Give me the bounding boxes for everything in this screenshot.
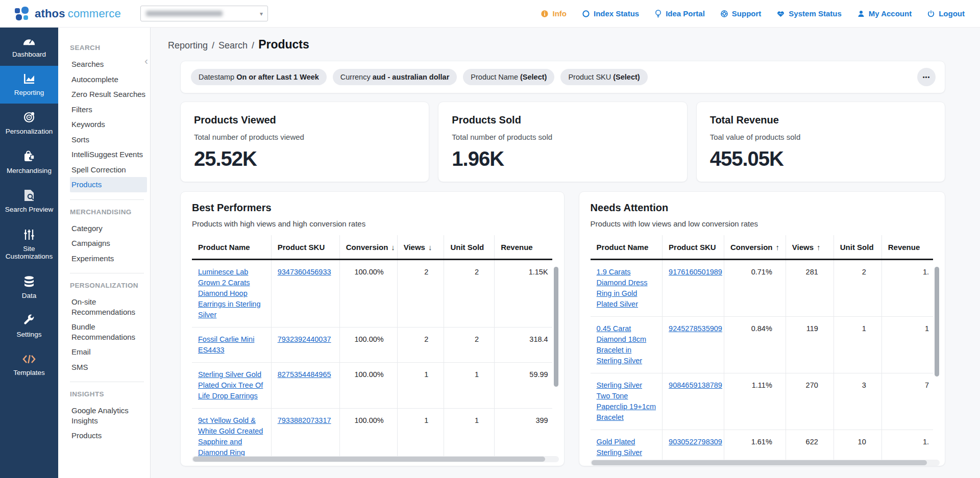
- submenu-item-zero-result-searches[interactable]: Zero Result Searches: [70, 87, 147, 102]
- product-name-link[interactable]: 0.45 Carat Diamond 18cm Bracelet in Ster…: [597, 324, 647, 365]
- vertical-scrollbar[interactable]: [935, 267, 939, 376]
- product-sku-link[interactable]: 9245278535909: [669, 324, 722, 333]
- submenu-item-products[interactable]: Products: [70, 177, 147, 192]
- submenu-divider: [70, 199, 144, 200]
- product-sku-link[interactable]: 7932392440037: [278, 335, 331, 343]
- product-name-link[interactable]: Sterling Silver Two Tone Paperclip 19+1c…: [597, 381, 656, 421]
- submenu-item-sms[interactable]: SMS: [70, 360, 147, 375]
- data-icon: [23, 275, 35, 288]
- horizontal-scrollbar-thumb[interactable]: [193, 457, 545, 462]
- product-sku-link[interactable]: 9176160501989: [669, 268, 722, 276]
- product-sku-link[interactable]: 8275354484965: [278, 370, 331, 379]
- product-name-link[interactable]: Luminesce Lab Grown 2 Carats Diamond Hoo…: [198, 268, 261, 319]
- nav-index-status[interactable]: Index Status: [582, 9, 639, 18]
- submenu-sections: SEARCHSearchesAutocompleteZero Result Se…: [70, 44, 150, 443]
- sidebar-item-dashboard[interactable]: Dashboard: [0, 28, 58, 66]
- sidebar-item-site-customizations[interactable]: Site Customizations: [0, 221, 58, 268]
- column-header-unit-sold: Unit Sold: [834, 235, 881, 260]
- revenue-value: 59.99: [495, 363, 552, 409]
- nav-info[interactable]: Info: [541, 9, 567, 18]
- product-sku-link[interactable]: 9347360456933: [278, 268, 331, 276]
- sidebar-item-merchandising[interactable]: Merchandising: [0, 143, 58, 182]
- horizontal-scrollbar-thumb[interactable]: [592, 460, 927, 465]
- submenu-item-keywords[interactable]: Keywords: [70, 117, 147, 132]
- submenu-item-sorts[interactable]: Sorts: [70, 132, 147, 147]
- submenu-item-intellisuggest-events[interactable]: IntelliSuggest Events: [70, 147, 147, 162]
- column-header-revenue: Revenue: [881, 235, 933, 260]
- product-sku-link[interactable]: 9084659138789: [669, 381, 722, 389]
- product-name-link[interactable]: Sterling Silver Gold Plated Onix Tree Of…: [198, 370, 263, 400]
- brand-logo[interactable]: athoscommerce: [14, 6, 121, 21]
- submenu-item-email[interactable]: Email: [70, 344, 147, 360]
- sidebar-item-data[interactable]: Data: [0, 268, 58, 307]
- sidebar-item-personalization[interactable]: Personalization: [0, 104, 58, 143]
- panel-title: Best Performers: [192, 202, 559, 214]
- nav-my-account[interactable]: My Account: [857, 9, 912, 18]
- needs-attention-table: Product NameProduct SKUConversion↑Views↑…: [591, 235, 940, 466]
- submenu-item-category[interactable]: Category: [70, 221, 147, 236]
- sort-arrow-icon: ↑: [775, 243, 779, 251]
- submenu-item-experiments[interactable]: Experiments: [70, 251, 147, 266]
- horizontal-scrollbar[interactable]: [192, 456, 559, 462]
- breadcrumb-reporting[interactable]: Reporting: [168, 40, 208, 51]
- submenu-item-filters[interactable]: Filters: [70, 102, 147, 117]
- metric-card-products-sold: Products Sold Total number of products s…: [438, 102, 687, 182]
- nav-idea-portal[interactable]: Idea Portal: [654, 9, 705, 18]
- filter-chip-datestamp[interactable]: DatestampOn or after Last 1 Week: [191, 69, 327, 85]
- table-row: Sterling Silver Two Tone Paperclip 19+1c…: [591, 373, 933, 430]
- sidebar-collapse-icon[interactable]: ‹: [144, 55, 148, 66]
- sidebar-item-settings[interactable]: Settings: [0, 307, 58, 346]
- top-nav: Info Index Status Idea Portal Support: [541, 9, 965, 18]
- horizontal-scrollbar[interactable]: [591, 460, 940, 466]
- nav-system-status[interactable]: System Status: [776, 9, 841, 18]
- needs_attention-head-row: Product NameProduct SKUConversion↑Views↑…: [591, 235, 933, 260]
- nav-support[interactable]: Support: [720, 9, 762, 18]
- submenu-item-on-site-recommendations[interactable]: On-site Recommendations: [70, 294, 147, 319]
- sidebar-item-templates[interactable]: Templates: [0, 346, 58, 384]
- product-name-link[interactable]: 9ct Yellow Gold & White Gold Created Sap…: [198, 416, 263, 457]
- product-name-link[interactable]: Fossil Carlie Mini ES4433: [198, 335, 254, 354]
- filter-chip-product-sku[interactable]: Product SKU(Select): [560, 69, 647, 85]
- submenu-item-bundle-recommendations[interactable]: Bundle Recommendations: [70, 319, 147, 344]
- sort-arrow-icon: ↓: [428, 243, 432, 251]
- sidebar-item-search-preview[interactable]: Search Preview: [0, 182, 58, 221]
- product-name-link[interactable]: 1.9 Carats Diamond Dress Ring in Gold Pl…: [597, 268, 648, 308]
- views-value: 2: [397, 328, 444, 363]
- metric-title: Products Viewed: [194, 114, 415, 126]
- column-header-views[interactable]: Views↑: [786, 235, 834, 260]
- panel-title: Needs Attention: [591, 202, 940, 214]
- submenu-item-autocomplete[interactable]: Autocomplete: [70, 72, 147, 87]
- revenue-value: 7: [881, 373, 933, 430]
- submenu-item-google-analytics-insights[interactable]: Google Analytics Insights: [70, 403, 147, 428]
- product-sku-link[interactable]: 9030522798309: [669, 438, 722, 446]
- sort-arrow-icon: ↓: [391, 243, 395, 251]
- vertical-scrollbar[interactable]: [554, 267, 558, 387]
- submenu-item-campaigns[interactable]: Campaigns: [70, 236, 147, 251]
- nav-logout[interactable]: Logout: [927, 9, 965, 18]
- conversion-value: 100.00%: [339, 409, 397, 462]
- column-header-conversion[interactable]: Conversion↓: [339, 235, 397, 260]
- site-selector-dropdown[interactable]: ▾: [140, 6, 268, 21]
- filter-chip-currency[interactable]: Currencyaud - australian dollar: [333, 69, 457, 85]
- submenu-item-spell-correction[interactable]: Spell Correction: [70, 162, 147, 178]
- submenu-item-searches[interactable]: Searches: [70, 57, 147, 72]
- filter-chip-product-name[interactable]: Product Name(Select): [463, 69, 554, 85]
- metric-title: Products Sold: [452, 114, 673, 126]
- unit-sold-value: 2: [444, 328, 495, 363]
- more-options-button[interactable]: •••: [917, 68, 936, 86]
- sidebar-item-reporting[interactable]: Reporting: [0, 66, 58, 104]
- breadcrumb-search[interactable]: Search: [218, 40, 248, 51]
- submenu-item-products[interactable]: Products: [70, 428, 147, 443]
- panel-subtitle: Products with low views and low conversi…: [591, 219, 940, 228]
- conversion-value: 0.71%: [724, 260, 786, 317]
- personalization-icon: [23, 111, 35, 123]
- table-row: Sterling Silver Gold Plated Onix Tree Of…: [192, 363, 552, 409]
- revenue-value: 1: [881, 317, 933, 373]
- product-sku-link[interactable]: 7933882073317: [278, 416, 331, 424]
- tables-row: Best Performers Products with high views…: [180, 191, 945, 466]
- column-header-conversion[interactable]: Conversion↑: [724, 235, 786, 260]
- metric-card-total-revenue: Total Revenue Toal value of products sol…: [696, 102, 945, 182]
- logout-power-icon: [927, 10, 935, 18]
- column-header-views[interactable]: Views↓: [397, 235, 444, 260]
- conversion-value: 100.00%: [339, 328, 397, 363]
